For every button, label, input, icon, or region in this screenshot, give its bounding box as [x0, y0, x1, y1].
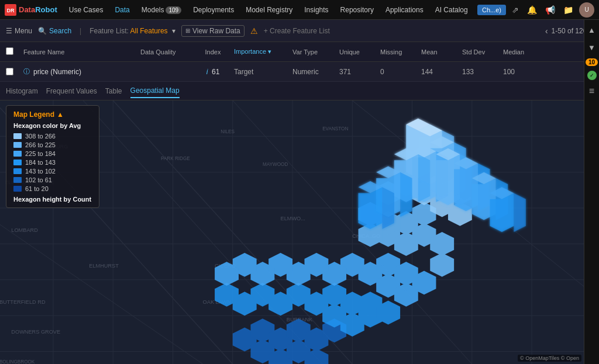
sub-tabs: Histogram Frequent Values Table Geospati… — [0, 82, 599, 100]
th-var-type: Var Type — [289, 48, 336, 56]
th-median: Median — [500, 48, 541, 56]
map-area[interactable]: SCHAUMBURG ELK GROVE VILLAGE LOMBARD ELM… — [0, 100, 584, 364]
nav-ai-catalog[interactable]: AI Catalog — [431, 4, 473, 16]
legend-item-5: 102 to 61 — [13, 176, 92, 183]
tab-frequent-values[interactable]: Frequent Values — [46, 85, 97, 98]
tab-geospatial-map[interactable]: Geospatial Map — [130, 84, 180, 98]
th-index: Index — [195, 48, 230, 56]
table-header: Feature Name Data Quality Index Importan… — [0, 42, 599, 62]
nav-right-area: Ch...e) ⇗ 🔔 📢 📁 U — [477, 2, 594, 18]
feature-list-label: Feature List: All Features ▾ — [89, 27, 175, 35]
tab-histogram[interactable]: Histogram — [6, 85, 38, 98]
select-all-checkbox[interactable] — [6, 47, 13, 55]
map-copyright: © OpenMapTiles © Open — [518, 355, 581, 362]
hamburger-icon: ☰ — [6, 27, 12, 35]
std-dev-cell: 133 — [459, 68, 500, 76]
view-raw-icon: ⊞ — [185, 27, 190, 34]
nav-deployments[interactable]: Deployments — [188, 4, 239, 16]
legend-swatch-2 — [13, 151, 22, 157]
th-missing: Missing — [377, 48, 418, 56]
feature-list-dropdown-icon[interactable]: ▾ — [172, 27, 175, 35]
legend-swatch-0 — [13, 133, 22, 139]
mean-cell: 144 — [418, 68, 459, 76]
th-unique: Unique — [336, 48, 377, 56]
menu-button[interactable]: ☰ Menu — [6, 27, 32, 35]
row-checkbox[interactable] — [6, 68, 13, 75]
brand-logo-area[interactable]: DR DataRobot — [5, 4, 57, 16]
nav-repository[interactable]: Repository — [336, 4, 378, 16]
nav-use-cases[interactable]: Use Cases — [64, 4, 108, 16]
nav-models[interactable]: Models109 — [137, 4, 186, 16]
legend-swatch-1 — [13, 142, 22, 148]
legend-swatch-4 — [13, 168, 22, 174]
table-row: ⓘ price (Numeric) i 61 Target Numeric 37… — [0, 62, 599, 82]
map-legend: Map Legend ▲ Hexagon color by Avg 308 to… — [6, 105, 99, 208]
legend-item-4: 143 to 102 — [13, 168, 92, 175]
rs-list-icon[interactable]: ≡ — [586, 85, 598, 98]
search-icon: 🔍 — [38, 27, 47, 35]
legend-item-6: 61 to 20 — [13, 185, 92, 192]
var-type-cell: Numeric — [289, 68, 336, 76]
brand-icon: DR — [5, 4, 16, 16]
create-feature-list-button[interactable]: + Create Feature List — [264, 27, 330, 35]
broadcast-icon[interactable]: 📢 — [543, 4, 557, 16]
rs-number-badge: 10 — [586, 58, 598, 66]
legend-item-1: 266 to 225 — [13, 141, 92, 148]
svg-marker-123 — [400, 172, 412, 217]
rs-status-green: ✓ — [587, 71, 597, 80]
rs-up-icon[interactable]: ▲ — [586, 23, 598, 36]
th-data-quality: Data Quality — [137, 48, 195, 56]
svg-text:DR: DR — [7, 8, 15, 13]
feature-name-cell: ⓘ price (Numeric) — [20, 67, 137, 76]
legend-swatch-6 — [13, 186, 22, 192]
nav-insights[interactable]: Insights — [300, 4, 333, 16]
legend-chevron-icon: ▲ — [57, 110, 64, 119]
legend-item-2: 225 to 184 — [13, 150, 92, 157]
svg-marker-129 — [382, 187, 394, 229]
legend-title[interactable]: Map Legend ▲ — [13, 110, 92, 119]
row-checkbox-cell — [6, 68, 20, 75]
legend-item-0: 308 to 266 — [13, 133, 92, 140]
notification-icon[interactable]: 🔔 — [525, 4, 539, 16]
view-raw-button[interactable]: ⊞ View Raw Data — [181, 25, 245, 37]
models-badge: 109 — [166, 6, 181, 14]
svg-marker-90 — [430, 253, 454, 277]
project-button[interactable]: Ch...e) — [477, 5, 506, 15]
avatar[interactable]: U — [579, 2, 594, 18]
rs-down-icon[interactable]: ▼ — [586, 41, 598, 54]
share-icon[interactable]: ⇗ — [510, 4, 521, 16]
toolbar: ☰ Menu 🔍 Search | Feature List: All Feat… — [0, 20, 599, 42]
th-feature-name: Feature Name — [20, 48, 137, 56]
unique-cell: 371 — [336, 68, 377, 76]
prev-page-button[interactable]: ‹ — [545, 26, 548, 36]
svg-marker-126 — [514, 193, 525, 232]
info-icon[interactable]: ⓘ — [23, 67, 30, 76]
warning-icon: ⚠ — [250, 26, 258, 36]
missing-cell: 0 — [377, 68, 418, 76]
page-count: 1-50 of 120 — [552, 27, 587, 35]
median-cell: 100 — [500, 68, 541, 76]
legend-color-label: Hexagon color by Avg — [13, 122, 92, 129]
index-cell: i 61 — [195, 68, 230, 76]
toolbar-separator: | — [80, 27, 81, 35]
svg-marker-128 — [359, 187, 383, 229]
nav-model-registry[interactable]: Model Registry — [241, 4, 297, 16]
legend-height-label: Hexagon height by Count — [13, 196, 92, 203]
feature-list-value[interactable]: All Features — [130, 27, 168, 35]
th-importance[interactable]: Importance ▾ — [230, 48, 289, 56]
th-mean: Mean — [418, 48, 459, 56]
sort-icon: ▾ — [268, 48, 271, 55]
nav-applications[interactable]: Applications — [381, 4, 428, 16]
folder-icon[interactable]: 📁 — [561, 4, 576, 16]
nav-data[interactable]: Data — [110, 4, 134, 16]
svg-marker-114 — [418, 154, 430, 202]
legend-swatch-5 — [13, 177, 22, 183]
importance-cell: Target — [230, 68, 289, 76]
header-checkbox-cell — [6, 47, 20, 57]
search-button[interactable]: 🔍 Search — [38, 27, 71, 35]
brand-name: DataRobot — [19, 5, 57, 14]
feature-name-label: price (Numeric) — [33, 68, 81, 76]
tab-table[interactable]: Table — [105, 85, 122, 98]
top-navigation: DR DataRobot Use Cases Data Models109 De… — [0, 0, 599, 20]
legend-swatch-3 — [13, 160, 22, 165]
